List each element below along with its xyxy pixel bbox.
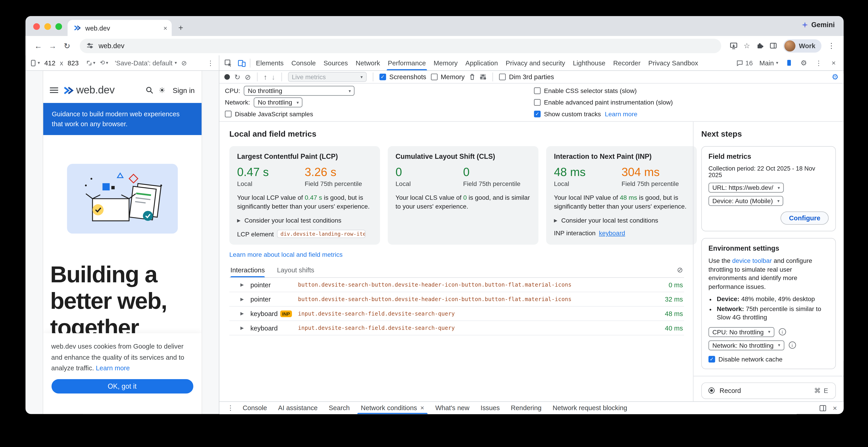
address-bar[interactable]: web.dev <box>80 38 721 53</box>
field-url-select[interactable]: URL: https://web.dev/ ▾ <box>708 182 784 193</box>
tab-privacy-and-security[interactable]: Privacy and security <box>502 56 569 70</box>
expand-caret-icon[interactable]: ▶ <box>241 297 248 302</box>
save-profile-icon[interactable]: ↓ <box>272 73 275 80</box>
inspect-element-icon[interactable] <box>222 56 235 70</box>
interaction-target-link[interactable]: button.devsite-search-button.devsite-hea… <box>298 282 662 288</box>
device-toolbar-toggle-icon[interactable] <box>235 56 248 70</box>
drawer-tab-whats-new[interactable]: What's new <box>430 402 475 414</box>
inp-test-conditions-disclosure[interactable]: ▶ Consider your local test conditions <box>554 217 689 224</box>
expand-caret-icon[interactable]: ▶ <box>241 311 248 316</box>
info-icon[interactable]: i <box>779 328 786 336</box>
custom-tracks-learn-more-link[interactable]: Learn more <box>605 111 638 117</box>
tab-console[interactable]: Console <box>287 56 320 70</box>
zoom-select[interactable]: ▾ <box>87 60 95 65</box>
configure-button[interactable]: Configure <box>781 211 829 225</box>
env-network-select[interactable]: Network: No throttling ▾ <box>708 340 784 350</box>
env-cpu-select[interactable]: CPU: No throttling ▾ <box>708 327 774 337</box>
devtools-kebab-menu-icon[interactable]: ⋮ <box>812 59 826 67</box>
info-icon[interactable]: i <box>788 342 796 349</box>
drawer-tab-network-request-blocking[interactable]: Network request blocking <box>547 402 633 414</box>
hamburger-menu-icon[interactable] <box>50 87 58 94</box>
tab-privacy-sandbox[interactable]: Privacy Sandbox <box>644 56 702 70</box>
show-custom-tracks-checkbox[interactable]: ✓ Show custom tracks <box>534 111 601 117</box>
clear-icon[interactable]: ⊘ <box>245 73 251 80</box>
tab-application[interactable]: Application <box>461 56 502 70</box>
rotate-button[interactable]: ⟲ ▾ <box>100 59 108 67</box>
interaction-row[interactable]: ▶ pointer button.devsite-search-button.d… <box>229 278 684 292</box>
interaction-row[interactable]: ▶ pointer button.devsite-search-button.d… <box>229 292 684 307</box>
site-settings-icon[interactable] <box>87 42 94 49</box>
drawer-tab-rendering[interactable]: Rendering <box>505 402 547 414</box>
tab-elements[interactable]: Elements <box>252 56 287 70</box>
record-icon[interactable] <box>224 74 230 80</box>
throttling-icon[interactable]: ⊘ <box>181 59 187 67</box>
drawer-close-icon[interactable]: × <box>833 404 837 412</box>
tab-layout-shifts[interactable]: Layout shifts <box>277 263 314 277</box>
expand-caret-icon[interactable]: ▶ <box>241 325 248 331</box>
profile-chip[interactable]: Work <box>783 39 822 52</box>
interaction-row[interactable]: ▶ keyboard input.devsite-search-field.de… <box>229 321 684 336</box>
interaction-row[interactable]: ▶ keyboard INP input.devsite-search-fiel… <box>229 307 684 321</box>
tab-memory[interactable]: Memory <box>430 56 461 70</box>
reload-button[interactable]: ↻ <box>60 41 74 50</box>
tab-performance[interactable]: Performance <box>384 56 430 70</box>
drawer-tab-issues[interactable]: Issues <box>475 402 505 414</box>
dock-layout-icon[interactable] <box>819 404 827 411</box>
tab-recorder[interactable]: Recorder <box>609 56 644 70</box>
gemini-button[interactable]: Gemini <box>802 21 835 29</box>
capture-settings-gear-icon[interactable]: ⚙ <box>832 73 839 81</box>
lcp-element-node-link[interactable]: div.devsite-landing-row-item-d… <box>277 230 366 238</box>
drawer-tab-close-icon[interactable]: × <box>421 404 424 412</box>
view-mode-select[interactable]: Live metrics ▾ <box>288 72 367 82</box>
console-messages-button[interactable]: 16 <box>733 59 755 67</box>
side-panel-icon[interactable] <box>767 42 780 49</box>
drawer-tab-network-conditions[interactable]: Network conditions × <box>355 402 430 414</box>
browser-menu-kebab-icon[interactable]: ⋮ <box>825 42 838 50</box>
drawer-tab-console[interactable]: Console <box>237 402 273 414</box>
field-device-select[interactable]: Device: Auto (Mobile) ▾ <box>708 196 783 206</box>
install-app-icon[interactable] <box>727 42 740 49</box>
drawer-tab-search[interactable]: Search <box>323 402 355 414</box>
save-data-select[interactable]: 'Save-Data': default ▾ <box>115 59 177 67</box>
disable-network-cache-checkbox[interactable]: ✓ Disable network cache <box>708 355 829 362</box>
new-tab-button[interactable]: + <box>178 23 183 32</box>
record-and-reload-icon[interactable]: ↻ <box>234 73 241 80</box>
drawer-tab-ai-assistance[interactable]: AI assistance <box>273 402 323 414</box>
interaction-target-link[interactable]: input.devsite-search-field.devsite-searc… <box>298 311 658 317</box>
screenshots-checkbox[interactable]: ✓ Screenshots <box>379 73 426 81</box>
minimize-window-button[interactable] <box>44 23 51 30</box>
device-height-input[interactable]: 823 <box>68 59 79 67</box>
tab-network[interactable]: Network <box>352 56 384 70</box>
interaction-target-link[interactable]: button.devsite-search-button.devsite-hea… <box>298 296 658 302</box>
forward-button[interactable]: → <box>45 41 60 50</box>
site-logo[interactable]: web.dev <box>63 84 115 96</box>
device-toolbar-link[interactable]: device toolbar <box>732 257 772 264</box>
drawer-kebab-menu-icon[interactable]: ⋮ <box>224 404 237 412</box>
tab-close-icon[interactable]: × <box>163 24 167 32</box>
components-sliders-icon[interactable] <box>479 73 486 80</box>
main-context-select[interactable]: Main ▾ <box>757 59 781 67</box>
collect-garbage-icon[interactable] <box>469 73 475 80</box>
cookie-ok-button[interactable]: OK, got it <box>51 379 193 393</box>
css-selector-stats-checkbox[interactable]: Enable CSS selector stats (slow) <box>534 88 637 94</box>
paint-instrumentation-checkbox[interactable]: Enable advanced paint instrumentation (s… <box>534 99 673 106</box>
device-width-input[interactable]: 412 <box>44 59 56 67</box>
device-toolbar-menu-icon[interactable]: ⋮ <box>207 59 214 67</box>
browser-tab[interactable]: web.dev × <box>67 20 172 36</box>
clear-log-icon[interactable]: ⊘ <box>677 266 683 274</box>
load-profile-icon[interactable]: ↑ <box>264 73 267 80</box>
devtools-settings-gear-icon[interactable]: ⚙ <box>797 59 810 67</box>
tab-interactions[interactable]: Interactions <box>230 263 265 277</box>
disable-js-samples-checkbox[interactable]: Disable JavaScript samples <box>225 111 313 117</box>
record-button[interactable]: Record ⌘ E <box>701 382 836 399</box>
emulation-device-icon[interactable] <box>782 59 796 67</box>
sign-in-button[interactable]: Sign in <box>173 86 195 94</box>
tab-sources[interactable]: Sources <box>320 56 352 70</box>
memory-checkbox[interactable]: Memory <box>431 73 465 81</box>
lcp-test-conditions-disclosure[interactable]: ▶ Consider your local test conditions <box>237 217 372 224</box>
cookie-learn-more-link[interactable]: Learn more <box>96 364 130 372</box>
cpu-throttling-select[interactable]: No throttling ▾ <box>244 86 355 96</box>
dim-3rd-parties-checkbox[interactable]: Dim 3rd parties <box>499 73 554 81</box>
extensions-puzzle-icon[interactable] <box>753 42 767 49</box>
back-button[interactable]: ← <box>31 41 45 50</box>
